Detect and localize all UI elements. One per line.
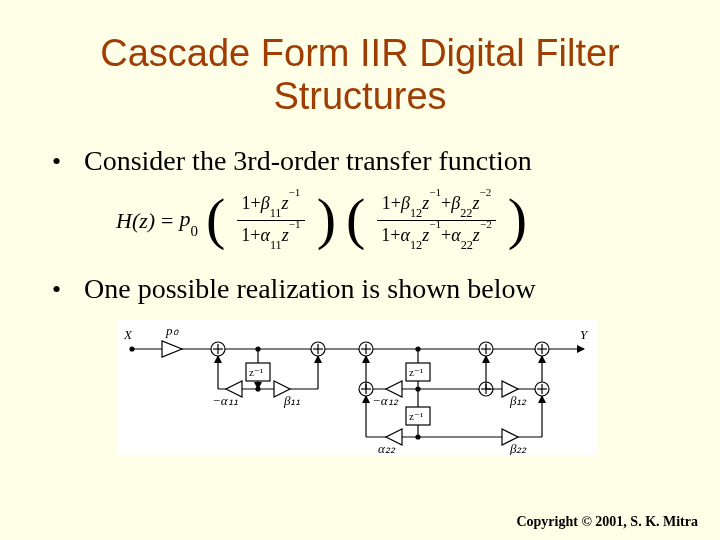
bullet-2-text: One possible realization is shown below <box>84 273 536 305</box>
svg-marker-9 <box>162 341 182 357</box>
slide-title: Cascade Form IIR Digital Filter Structur… <box>46 32 674 117</box>
eq-frac-1: 1+β11z−1 1+α11z−1 <box>233 191 308 250</box>
label-neg-alpha12: −α₁₂ <box>372 393 399 408</box>
label-beta12: β₁₂ <box>509 393 527 408</box>
signal-flow-diagram: X Y p₀ z⁻¹ z⁻¹ z⁻¹ −α₁₁ β₁₁ −α₁₂ β₁₂ α₂₂… <box>118 319 598 455</box>
label-delay-1: z⁻¹ <box>249 366 263 378</box>
label-beta22: β₂₂ <box>509 441 527 455</box>
svg-point-31 <box>256 387 260 391</box>
bullet-dot-icon: • <box>52 273 70 305</box>
svg-point-1 <box>130 347 134 351</box>
eq-lhs: H(z) <box>116 208 155 234</box>
label-beta11: β₁₁ <box>283 393 300 408</box>
eq-p0: p0 <box>180 206 198 235</box>
label-delay-3: z⁻¹ <box>409 410 423 422</box>
bullet-1: • Consider the 3rd-order transfer functi… <box>52 145 674 177</box>
label-Y: Y <box>580 327 589 342</box>
label-p0: p₀ <box>165 323 179 338</box>
label-X: X <box>123 327 133 342</box>
equation-block: H(z) = p0 ( 1+β11z−1 1+α11z−1 ) ( 1+β12z… <box>116 191 674 250</box>
bullet-1-text: Consider the 3rd-order transfer function <box>84 145 532 177</box>
eq-equals: = <box>161 208 173 234</box>
eq-frac-2: 1+β12z−1+β22z−2 1+α12z−1+α22z−2 <box>373 191 499 250</box>
label-delay-2: z⁻¹ <box>409 366 423 378</box>
label-alpha22: α₂₂ <box>378 441 396 455</box>
bullet-dot-icon: • <box>52 145 70 177</box>
bullet-2: • One possible realization is shown belo… <box>52 273 674 305</box>
label-neg-alpha11: −α₁₁ <box>212 393 238 408</box>
copyright-footer: Copyright © 2001, S. K. Mitra <box>516 514 698 530</box>
